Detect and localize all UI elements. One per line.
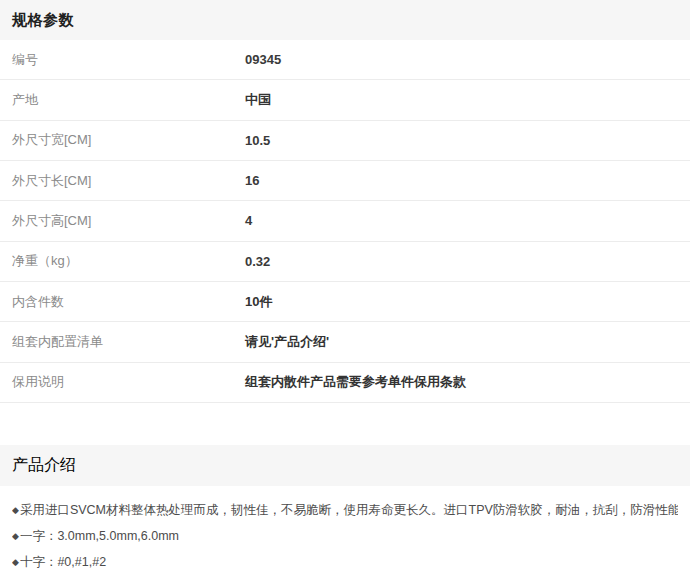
spec-row-set-contents: 组套内配置清单 请见'产品介绍' xyxy=(0,322,690,362)
spec-row-value: 09345 xyxy=(245,52,281,67)
spec-row-outer-height: 外尺寸高[CM] 4 xyxy=(0,201,690,241)
spec-row-label: 保用说明 xyxy=(0,373,245,391)
product-detail-page: 规格参数 编号 09345 产地 中国 外尺寸宽[CM] 10.5 外尺寸长[C… xyxy=(0,0,690,584)
spec-row-label: 内含件数 xyxy=(0,293,245,311)
diamond-bullet-icon: ◆ xyxy=(12,505,19,515)
intro-bullet-text: 采用进口SVCM材料整体热处理而成，韧性佳，不易脆断，使用寿命更长久。进口TPV… xyxy=(20,503,678,517)
section-gap xyxy=(0,403,690,445)
spec-row-net-weight: 净重（kg） 0.32 xyxy=(0,242,690,282)
diamond-bullet-icon: ◆ xyxy=(12,531,19,541)
spec-row-value: 中国 xyxy=(245,91,271,109)
spec-row-value: 16 xyxy=(245,173,259,188)
spec-row-value: 4 xyxy=(245,213,252,228)
spec-row-value: 10件 xyxy=(245,293,272,311)
spec-row-outer-length: 外尺寸长[CM] 16 xyxy=(0,161,690,201)
spec-row-label: 产地 xyxy=(0,91,245,109)
spec-row-value: 0.32 xyxy=(245,254,270,269)
spec-row-item-number: 编号 09345 xyxy=(0,40,690,80)
spec-row-piece-count: 内含件数 10件 xyxy=(0,282,690,322)
intro-section-header: 产品介绍 xyxy=(0,445,690,486)
spec-row-warranty-note: 保用说明 组套内散件产品需要参考单件保用条款 xyxy=(0,363,690,403)
spec-row-label: 组套内配置清单 xyxy=(0,333,245,351)
spec-table: 编号 09345 产地 中国 外尺寸宽[CM] 10.5 外尺寸长[CM] 16… xyxy=(0,40,690,403)
spec-row-outer-width: 外尺寸宽[CM] 10.5 xyxy=(0,121,690,161)
intro-section-title: 产品介绍 xyxy=(12,455,76,476)
spec-row-value: 请见'产品介绍' xyxy=(245,333,329,351)
intro-bullet-text: 十字：#0,#1,#2 xyxy=(20,555,106,569)
spec-row-value: 10.5 xyxy=(245,133,270,148)
intro-bullet-text: 一字：3.0mm,5.0mm,6.0mm xyxy=(20,529,179,543)
spec-row-value: 组套内散件产品需要参考单件保用条款 xyxy=(245,373,466,391)
spec-row-label: 外尺寸长[CM] xyxy=(0,172,245,190)
intro-bullet-slotted: ◆一字：3.0mm,5.0mm,6.0mm xyxy=(12,523,678,549)
intro-content: ◆采用进口SVCM材料整体热处理而成，韧性佳，不易脆断，使用寿命更长久。进口TP… xyxy=(0,486,690,575)
diamond-bullet-icon: ◆ xyxy=(12,557,19,567)
spec-row-label: 编号 xyxy=(0,51,245,69)
spec-section-header: 规格参数 xyxy=(0,0,690,40)
intro-bullet-material: ◆采用进口SVCM材料整体热处理而成，韧性佳，不易脆断，使用寿命更长久。进口TP… xyxy=(12,497,678,523)
spec-section-title: 规格参数 xyxy=(12,11,74,30)
intro-bullet-phillips: ◆十字：#0,#1,#2 xyxy=(12,549,678,575)
spec-row-label: 净重（kg） xyxy=(0,252,245,270)
spec-row-label: 外尺寸宽[CM] xyxy=(0,131,245,149)
spec-row-origin: 产地 中国 xyxy=(0,80,690,120)
spec-row-label: 外尺寸高[CM] xyxy=(0,212,245,230)
